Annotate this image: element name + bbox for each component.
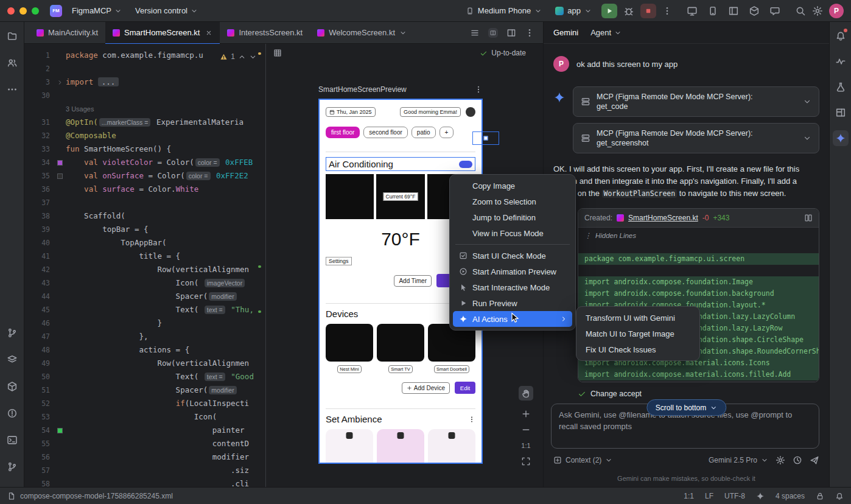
build-tool-button[interactable] bbox=[4, 379, 20, 394]
chip-second-floor[interactable]: second floor bbox=[363, 127, 407, 138]
settings-button[interactable] bbox=[812, 5, 823, 16]
ai-chat-icon[interactable] bbox=[769, 5, 780, 16]
stop-button[interactable] bbox=[640, 4, 656, 18]
tab-SmartHomeScreen.kt[interactable]: SmartHomeScreen.kt bbox=[105, 22, 220, 44]
code-view-icon[interactable] bbox=[470, 28, 480, 38]
menu-item-start-interactive-mode[interactable]: Start Interactive Mode bbox=[453, 279, 572, 295]
readonly-lock-icon[interactable] bbox=[816, 492, 824, 500]
zoom-in-button[interactable] bbox=[519, 407, 533, 421]
terminal-tool-button[interactable] bbox=[4, 432, 20, 448]
model-selector[interactable]: Gemini 2.5 Pro bbox=[709, 456, 768, 464]
bell-tool-button[interactable] bbox=[833, 28, 849, 44]
menu-item-start-animation-preview[interactable]: Start Animation Preview bbox=[453, 264, 572, 279]
chip-first-floor[interactable]: first floor bbox=[326, 127, 360, 138]
menu-item-zoom-to-selection[interactable]: Zoom to Selection bbox=[453, 194, 572, 209]
tab-dropdown-icon[interactable] bbox=[399, 29, 407, 37]
notifications-icon[interactable] bbox=[835, 492, 844, 500]
inspection-widget[interactable]: 1 bbox=[220, 50, 257, 63]
edit-button[interactable]: Edit bbox=[455, 382, 475, 394]
chip-patio[interactable]: patio bbox=[411, 127, 436, 138]
flask-tool-button[interactable] bbox=[833, 79, 849, 95]
profiler-tool-button[interactable] bbox=[833, 54, 849, 69]
ai-status-icon[interactable] bbox=[756, 492, 765, 500]
line-separator[interactable]: LF bbox=[705, 492, 713, 500]
file-encoding[interactable]: UTF-8 bbox=[724, 492, 745, 500]
ac-toggle[interactable] bbox=[459, 161, 472, 168]
menu-item-copy-image[interactable]: Copy Image bbox=[453, 178, 572, 194]
zoom-out-button[interactable] bbox=[519, 422, 533, 437]
grid-layout-icon[interactable] bbox=[273, 49, 282, 57]
chip-+[interactable]: + bbox=[440, 127, 454, 138]
ambience-tile[interactable] bbox=[377, 429, 424, 464]
chat-settings-icon[interactable] bbox=[776, 455, 785, 465]
more-run-options-button[interactable] bbox=[662, 6, 672, 16]
expand-icon[interactable] bbox=[803, 97, 811, 106]
split-view-icon[interactable] bbox=[488, 28, 498, 38]
add-device-button[interactable]: Add Device bbox=[402, 382, 450, 394]
device-tile[interactable] bbox=[326, 324, 373, 362]
caret-position[interactable]: 1:1 bbox=[684, 492, 694, 500]
fold-arrow-icon[interactable] bbox=[57, 79, 63, 86]
mcp-call-get-code[interactable]: MCP (Figma Remote Dev Mode MCP Server): … bbox=[573, 86, 819, 117]
tool-windows-icon[interactable] bbox=[728, 5, 739, 16]
menu-item-view-in-focus-mode[interactable]: View in Focus Mode bbox=[453, 225, 572, 241]
preview-title[interactable]: SmartHomeScreenPreview bbox=[318, 85, 407, 94]
add-timer-button[interactable]: Add Timer bbox=[394, 275, 432, 287]
chat-transcript[interactable]: P ok add this screen to my app MCP (Figm… bbox=[544, 44, 829, 421]
send-button[interactable] bbox=[810, 455, 819, 465]
menu-item-ai-actions[interactable]: AI Actions bbox=[453, 311, 572, 327]
color-swatch[interactable] bbox=[57, 160, 63, 166]
indent-config[interactable]: 4 spaces bbox=[776, 492, 805, 500]
air-conditioning-header[interactable]: Air Conditioning bbox=[326, 157, 475, 171]
preview-options-button[interactable] bbox=[474, 85, 483, 94]
ambience-options-icon[interactable] bbox=[468, 416, 475, 423]
project-menu[interactable]: FigmaMCP bbox=[68, 4, 125, 17]
menu-item-run-preview[interactable]: Run Preview bbox=[453, 295, 572, 311]
search-everywhere-button[interactable] bbox=[795, 5, 806, 16]
menu-item-start-ui-check-mode[interactable]: Start UI Check Mode bbox=[453, 248, 572, 264]
device-selector[interactable]: Medium Phone bbox=[462, 4, 545, 17]
tab-options-button[interactable] bbox=[525, 28, 534, 38]
debug-button[interactable] bbox=[623, 5, 634, 16]
run-configuration-selector[interactable]: app bbox=[552, 4, 595, 17]
next-issue-icon[interactable] bbox=[249, 53, 257, 61]
close-window-button[interactable] bbox=[7, 7, 15, 15]
scroll-to-bottom-button[interactable]: Scroll to bottom bbox=[646, 399, 726, 416]
tab-InterestsScreen.kt[interactable]: InterestsScreen.kt bbox=[220, 22, 310, 44]
tab-MainActivity.kt[interactable]: MainActivity.kt bbox=[29, 22, 105, 44]
zoom-fit-button[interactable] bbox=[519, 454, 533, 469]
tab-gemini[interactable]: Gemini bbox=[553, 28, 578, 37]
created-file-link[interactable]: SmartHomeScreen.kt bbox=[628, 214, 698, 222]
folder-tool-button[interactable] bbox=[4, 28, 20, 44]
code-editor[interactable]: 1package com.example.figmamcp.u23import … bbox=[24, 44, 263, 487]
device-streaming-icon[interactable] bbox=[687, 5, 698, 16]
color-swatch[interactable] bbox=[57, 428, 63, 433]
tab-agent[interactable]: Agent bbox=[590, 28, 622, 37]
layout-inspector-tool-button[interactable] bbox=[833, 105, 849, 121]
maximize-window-button[interactable] bbox=[32, 7, 39, 15]
settings-label[interactable]: Settings bbox=[326, 257, 352, 265]
mcp-call-get-screenshot[interactable]: MCP (Figma Remote Dev Mode MCP Server): … bbox=[573, 123, 819, 153]
gemini-tool-button[interactable] bbox=[833, 130, 849, 146]
pull-request-tool-button[interactable] bbox=[4, 325, 20, 341]
device-tile[interactable] bbox=[377, 324, 424, 362]
status-file[interactable]: compose-compose-model-1758866285245.xml bbox=[7, 492, 173, 500]
submenu-item-fix-ui-check-issues[interactable]: Fix UI Check Issues bbox=[580, 341, 696, 357]
layers-tool-button[interactable] bbox=[4, 352, 20, 368]
zoom-ratio-button[interactable]: 1:1 bbox=[519, 438, 533, 453]
design-view-icon[interactable] bbox=[506, 28, 516, 38]
plugins-icon[interactable] bbox=[749, 5, 760, 16]
color-swatch[interactable] bbox=[57, 173, 63, 179]
problems-tool-button[interactable] bbox=[4, 405, 20, 421]
selection-handle[interactable] bbox=[472, 131, 499, 145]
open-diff-icon[interactable] bbox=[804, 214, 813, 222]
minimize-window-button[interactable] bbox=[19, 7, 27, 15]
profile-avatar[interactable]: P bbox=[829, 4, 844, 18]
submenu-item-transform-ui-with-gemini[interactable]: Transform UI with Gemini bbox=[580, 310, 696, 326]
ambience-tile[interactable] bbox=[428, 429, 475, 464]
run-button[interactable] bbox=[601, 4, 617, 18]
tab-WelcomeScreen.kt[interactable]: WelcomeScreen.kt bbox=[310, 22, 414, 44]
ambience-tile[interactable] bbox=[326, 429, 373, 464]
more-tool-button[interactable] bbox=[4, 82, 20, 97]
vcs-menu[interactable]: Version control bbox=[131, 4, 201, 17]
